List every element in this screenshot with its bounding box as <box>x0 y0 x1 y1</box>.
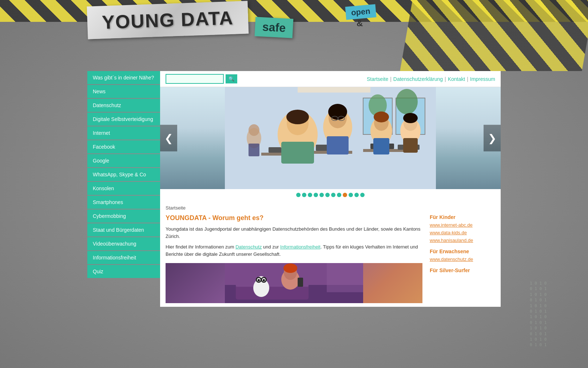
logo-text: YOUNG DATA <box>102 7 234 34</box>
svg-point-49 <box>258 279 260 281</box>
sidebar-item-informationsfreiheit[interactable]: Informationsfreiheit <box>87 251 160 264</box>
sidebar-item-digitale-selbstverteidigung[interactable]: Digitale Selbstverteidigung <box>87 113 160 126</box>
sidebar-item-smartphones[interactable]: Smartphones <box>87 196 160 209</box>
carousel-dot-11[interactable] <box>360 193 365 197</box>
svg-point-33 <box>249 124 259 136</box>
nav-datenschutzerklaerung[interactable]: Datenschutzerklärung <box>393 76 443 82</box>
carousel-dot-9[interactable] <box>349 193 353 197</box>
carousel-image <box>160 87 501 189</box>
svg-rect-42 <box>298 278 303 287</box>
carousel-next-icon: ❯ <box>488 133 496 144</box>
main-paragraph-1: Youngdata ist das Jugendportal der unabh… <box>166 226 422 240</box>
logo-open: open <box>345 4 376 20</box>
fuer-silver-surfer-title: Für Silver-Surfer <box>430 267 495 273</box>
carousel-prev-icon: ❮ <box>164 133 173 144</box>
main-wrapper: Was gibt´s in deiner Nähe? News Datensch… <box>0 71 588 307</box>
carousel: ❮ ❯ <box>160 87 501 189</box>
nav-links: Startseite | Datenschutzerklärung | Kont… <box>367 76 495 82</box>
informationsfreiheit-link[interactable]: Informationsfreiheit <box>280 244 321 250</box>
main-paragraph-2-before: Hier findet ihr Informationen zum <box>166 244 235 250</box>
fuer-erwachsene-title: Für Erwachsene <box>430 248 495 254</box>
logo-open-text: open <box>351 7 371 17</box>
carousel-dots <box>160 189 501 201</box>
carousel-dot-5[interactable] <box>325 193 330 197</box>
svg-point-26 <box>374 111 389 122</box>
content-area: 🔍 Startseite | Datenschutzerklärung | Ko… <box>160 71 501 307</box>
nav-sep-2: | <box>445 76 446 82</box>
main-column: YOUNGDATA - Worum geht es? Youngdata ist… <box>166 214 422 303</box>
carousel-dot-1[interactable] <box>302 193 306 197</box>
link-internet-abc[interactable]: www.internet-abc.de <box>430 222 495 228</box>
main-paragraph-2-mid: und zur <box>262 244 280 250</box>
carousel-next-button[interactable]: ❯ <box>484 125 501 152</box>
header: YOUNG DATA safe open & <box>0 0 588 71</box>
svg-point-4 <box>396 89 418 114</box>
carousel-dot-7[interactable] <box>337 193 341 197</box>
carousel-dot-3[interactable] <box>314 193 318 197</box>
hazard-stripe-right <box>400 0 588 71</box>
nav-kontakt[interactable]: Kontakt <box>448 76 465 82</box>
sidebar-item-videoueberwachung[interactable]: Videoüberwachung <box>87 237 160 250</box>
fuer-kinder-title: Für Kinder <box>430 214 495 220</box>
carousel-dot-8[interactable] <box>343 193 347 197</box>
logo-safe: safe <box>254 17 293 38</box>
main-title: YOUNGDATA - Worum geht es? <box>166 214 422 222</box>
svg-point-50 <box>263 279 265 281</box>
svg-rect-34 <box>249 144 259 156</box>
carousel-dot-2[interactable] <box>308 193 312 197</box>
nav-sep-1: | <box>390 76 392 82</box>
search-icon: 🔍 <box>229 76 234 82</box>
nav-bar: 🔍 Startseite | Datenschutzerklärung | Ko… <box>160 71 501 87</box>
carousel-dot-6[interactable] <box>331 193 335 197</box>
svg-point-30 <box>403 113 418 123</box>
svg-rect-31 <box>403 138 418 153</box>
svg-rect-51 <box>327 263 363 292</box>
sidebar-item-quiz[interactable]: Quiz <box>87 265 160 278</box>
logo-ampersand: & <box>357 18 363 28</box>
link-hanisauland[interactable]: www.hanisauland.de <box>430 238 495 243</box>
svg-rect-5 <box>298 87 370 93</box>
nav-sep-3: | <box>467 76 468 82</box>
carousel-svg <box>160 87 501 189</box>
page-content: Startseite YOUNGDATA - Worum geht es? Yo… <box>160 201 501 307</box>
svg-point-41 <box>283 263 297 273</box>
sidebar-item-konsolen[interactable]: Konsolen <box>87 182 160 195</box>
nav-impressum[interactable]: Impressum <box>470 76 495 82</box>
sidebar-item-facebook[interactable]: Facebook <box>87 140 160 153</box>
sidebar-item-whatsapp[interactable]: WhatsApp, Skype & Co <box>87 168 160 181</box>
svg-rect-16 <box>281 142 314 164</box>
search-button[interactable]: 🔍 <box>226 74 237 83</box>
link-datenschutz-de[interactable]: www.datenschutz.de <box>430 257 495 262</box>
main-paragraph-2: Hier findet ihr Informationen zum Datens… <box>166 243 422 258</box>
datenschutz-link[interactable]: Datenschutz <box>235 244 262 250</box>
carousel-dot-4[interactable] <box>319 193 324 197</box>
sidebar-right: Für Kinder www.internet-abc.de www.data-… <box>430 214 495 303</box>
sidebar-item-google[interactable]: Google <box>87 154 160 167</box>
sidebar-item-was-gibts[interactable]: Was gibt´s in deiner Nähe? <box>87 71 160 84</box>
sidebar-item-news[interactable]: News <box>87 85 160 98</box>
sidebar-item-cybermobbing[interactable]: Cybermobbing <box>87 210 160 223</box>
sidebar-item-internet[interactable]: Internet <box>87 126 160 140</box>
sidebar: Was gibt´s in deiner Nähe? News Datensch… <box>87 71 160 307</box>
logo-container: YOUNG DATA safe open & <box>87 4 293 36</box>
search-input[interactable] <box>166 74 224 84</box>
link-data-kids[interactable]: www.data-kids.de <box>430 230 495 235</box>
content-columns: YOUNGDATA - Worum geht es? Youngdata ist… <box>166 214 495 303</box>
logo-safe-text: safe <box>262 20 286 34</box>
carousel-prev-button[interactable]: ❮ <box>160 125 177 152</box>
carousel-dot-0[interactable] <box>296 193 301 197</box>
logo-main: YOUNG DATA <box>87 1 249 39</box>
nav-startseite[interactable]: Startseite <box>367 76 388 82</box>
svg-rect-27 <box>373 138 389 154</box>
bottom-image-svg <box>166 263 422 303</box>
search-form: 🔍 <box>166 74 237 84</box>
breadcrumb: Startseite <box>166 205 495 211</box>
svg-rect-23 <box>327 136 349 154</box>
sidebar-item-staat[interactable]: Staat und Bürgerdaten <box>87 223 160 236</box>
svg-point-15 <box>286 110 309 124</box>
carousel-dot-10[interactable] <box>354 193 359 197</box>
sidebar-item-datenschutz[interactable]: Datenschutz <box>87 99 160 112</box>
bottom-image <box>166 263 422 303</box>
